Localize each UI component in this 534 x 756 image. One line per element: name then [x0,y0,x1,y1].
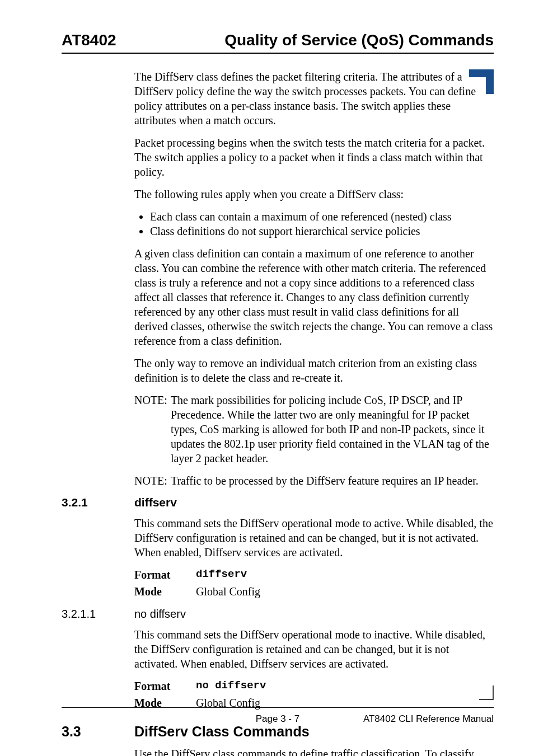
note-label: NOTE: [134,393,167,466]
page: AT8402 Quality of Service (QoS) Commands… [0,0,534,756]
header-right: Quality of Service (QoS) Commands [224,31,494,49]
kv-value: Global Config [196,584,260,599]
kv-value-mono: diffserv [196,567,247,582]
heading-3-2-1: 3.2.1 diffserv [62,496,494,509]
kv-key: Format [134,679,196,693]
footer-center: Page 3 - 7 [62,713,494,725]
note-body: Traffic to be processed by the DiffServ … [171,473,479,488]
kv-key: Format [134,567,196,582]
note: NOTE: Traffic to be processed by the Dif… [134,473,494,488]
page-header: AT8402 Quality of Service (QoS) Commands [62,31,494,54]
kv-row: Mode Global Config [134,584,494,599]
note-label: NOTE: [134,473,167,488]
kv-row: Format no diffserv [134,679,494,693]
format-mode-block: Format diffserv Mode Global Config [134,567,494,599]
paragraph: A given class definition can contain a m… [134,246,494,348]
header-left: AT8402 [62,31,116,49]
heading-number: 3.2.1 [62,496,134,509]
list-item: Each class can contain a maximum of one … [150,209,494,224]
paragraph: Packet processing begins when the switch… [134,135,494,179]
bullet-list: Each class can contain a maximum of one … [134,209,494,238]
corner-mark-icon [469,69,494,94]
paragraph: This command sets the DiffServ operation… [134,627,494,671]
kv-row: Format diffserv [134,567,494,582]
crop-mark-icon [479,685,494,700]
page-footer: Page 3 - 7 AT8402 CLI Reference Manual [62,707,494,725]
heading-3-3: 3.3 DiffServ Class Commands [62,724,494,740]
heading-number: 3.2.1.1 [62,608,134,621]
heading-title: diffserv [134,496,177,509]
paragraph: The only way to remove an individual mat… [134,356,494,385]
paragraph: Use the DiffServ class commands to defin… [134,746,494,756]
paragraph: The following rules apply when you creat… [134,187,494,201]
kv-key: Mode [134,584,196,599]
kv-value-mono: no diffserv [196,679,266,693]
heading-title: no diffserv [134,608,186,621]
paragraph: The DiffServ class defines the packet fi… [134,69,494,128]
paragraph: This command sets the DiffServ operation… [134,516,494,560]
note: NOTE: The mark possibilities for policin… [134,393,494,466]
format-mode-block: Format no diffserv Mode Global Config [134,679,494,710]
content-column: The DiffServ class defines the packet fi… [134,69,494,756]
heading-3-2-1-1: 3.2.1.1 no diffserv [62,608,494,621]
heading-title: DiffServ Class Commands [134,724,310,740]
note-body: The mark possibilities for policing incl… [171,393,494,466]
heading-number: 3.3 [62,724,134,740]
list-item: Class definitions do not support hierarc… [150,224,494,238]
